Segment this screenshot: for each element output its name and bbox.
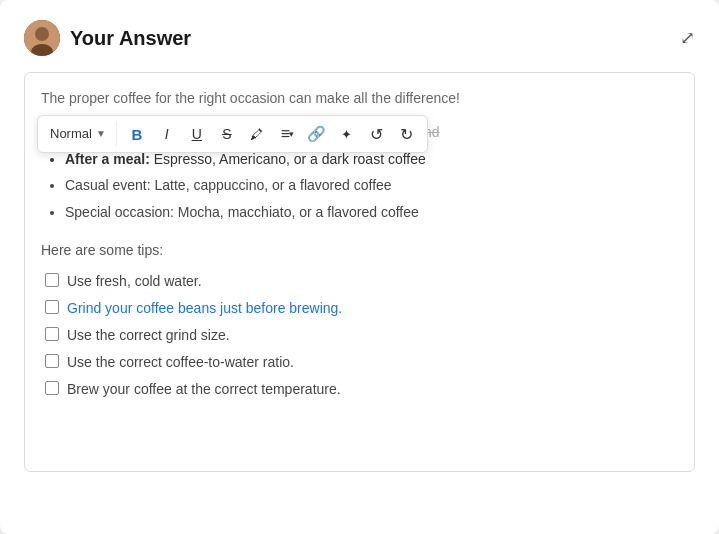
- expand-icon[interactable]: ⤢: [680, 27, 695, 49]
- list-item: Grind your coffee beans just before brew…: [45, 298, 678, 319]
- bold-button[interactable]: B: [123, 120, 151, 148]
- editor-intro: The proper coffee for the right occasion…: [41, 87, 678, 109]
- italic-button[interactable]: I: [153, 120, 181, 148]
- checkbox[interactable]: [45, 381, 59, 395]
- list-item: Special occasion: Mocha, macchiato, or a…: [65, 201, 678, 223]
- checkbox[interactable]: [45, 300, 59, 314]
- list-item: Use the correct grind size.: [45, 325, 678, 346]
- after-meal-text: Espresso, Americano, or a dark roast cof…: [150, 151, 426, 167]
- list-item: Use the correct coffee-to-water ratio.: [45, 352, 678, 373]
- avatar-image: [24, 20, 60, 56]
- after-meal-label: After a meal:: [65, 151, 150, 167]
- checkbox[interactable]: [45, 354, 59, 368]
- header-left: Your Answer: [24, 20, 191, 56]
- avatar: [24, 20, 60, 56]
- checkbox[interactable]: [45, 273, 59, 287]
- checklist: Use fresh, cold water. Grind your coffee…: [41, 271, 678, 400]
- link-button[interactable]: 🔗: [303, 120, 331, 148]
- chevron-down-icon: ▼: [96, 126, 106, 142]
- formatting-toolbar: Normal ▼ B I U S 🖍 ≡▾ 🔗 ✦ ↺ ↻: [37, 115, 428, 153]
- editor-content: The proper coffee for the right occasion…: [25, 73, 694, 420]
- tips-heading: Here are some tips:: [41, 239, 678, 261]
- page-title: Your Answer: [70, 27, 191, 50]
- underline-button[interactable]: U: [183, 120, 211, 148]
- checklist-item-text: Grind your coffee beans just before brew…: [67, 298, 342, 319]
- style-dropdown-label: Normal: [50, 124, 92, 145]
- strikethrough-button[interactable]: S: [213, 120, 241, 148]
- svg-point-1: [35, 27, 49, 41]
- magic-wand-button[interactable]: ✦: [333, 120, 361, 148]
- style-dropdown[interactable]: Normal ▼: [44, 122, 117, 147]
- checklist-item-text: Use fresh, cold water.: [67, 271, 202, 292]
- checklist-item-text: Use the correct grind size.: [67, 325, 230, 346]
- undo-button[interactable]: ↺: [363, 120, 391, 148]
- editor-area[interactable]: The proper coffee for the right occasion…: [24, 72, 695, 472]
- list-item: Casual event: Latte, cappuccino, or a fl…: [65, 174, 678, 196]
- erase-button[interactable]: 🖍: [243, 120, 271, 148]
- list-button[interactable]: ≡▾: [273, 120, 301, 148]
- header: Your Answer ⤢: [24, 20, 695, 56]
- checklist-item-text: Brew your coffee at the correct temperat…: [67, 379, 341, 400]
- answer-card: Your Answer ⤢ The proper coffee for the …: [0, 0, 719, 534]
- checkbox[interactable]: [45, 327, 59, 341]
- redo-button[interactable]: ↻: [393, 120, 421, 148]
- checklist-item-text: Use the correct coffee-to-water ratio.: [67, 352, 294, 373]
- casual-text: Casual event: Latte, cappuccino, or a fl…: [65, 177, 392, 193]
- grind-link[interactable]: Grind your coffee beans just before brew…: [67, 300, 342, 316]
- special-text: Special occasion: Mocha, macchiato, or a…: [65, 204, 419, 220]
- list-item: Brew your coffee at the correct temperat…: [45, 379, 678, 400]
- list-item: Use fresh, cold water.: [45, 271, 678, 292]
